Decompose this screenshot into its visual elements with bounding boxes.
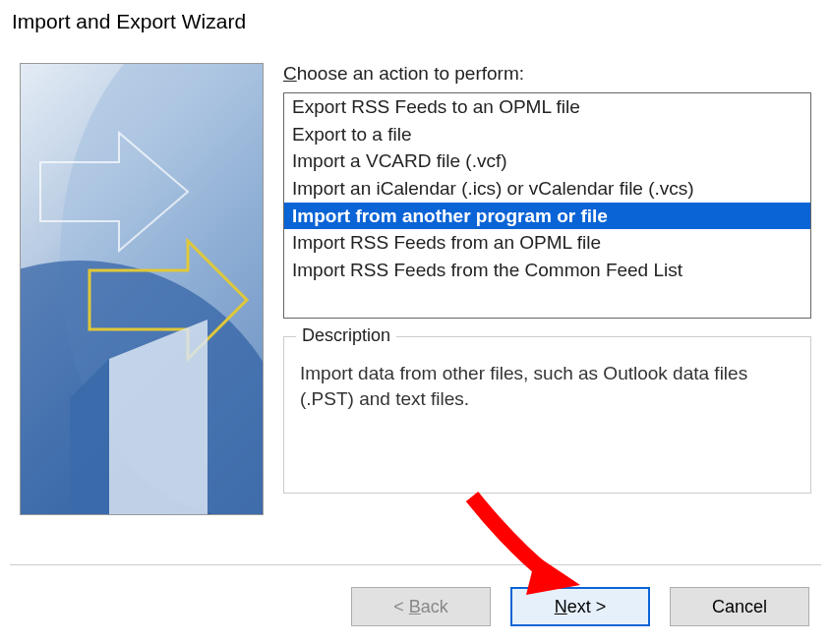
- action-list-item[interactable]: Import an iCalendar (.ics) or vCalendar …: [284, 175, 810, 203]
- horizontal-separator: [10, 564, 821, 565]
- description-legend: Description: [296, 325, 396, 346]
- action-list-item[interactable]: Import from another program or file: [284, 203, 810, 230]
- action-prompt-label: Choose an action to perform:: [283, 63, 811, 85]
- wizard-illustration: [21, 64, 264, 515]
- description-group: Description Import data from other files…: [283, 336, 811, 494]
- action-list-item[interactable]: Import RSS Feeds from an OPML file: [284, 229, 810, 257]
- back-button[interactable]: < Back: [351, 587, 491, 626]
- action-list-item[interactable]: Import RSS Feeds from the Common Feed Li…: [284, 257, 810, 284]
- action-list-item[interactable]: Export to a file: [284, 121, 810, 148]
- action-listbox[interactable]: Export RSS Feeds to an OPML fileExport t…: [283, 92, 811, 319]
- dialog-title: Import and Export Wizard: [12, 10, 819, 33]
- wizard-graphic: [20, 63, 264, 515]
- next-button[interactable]: Next >: [510, 587, 650, 626]
- action-list-item[interactable]: Import a VCARD file (.vcf): [284, 147, 810, 175]
- action-list-item[interactable]: Export RSS Feeds to an OPML file: [284, 93, 810, 121]
- cancel-button[interactable]: Cancel: [670, 587, 809, 626]
- description-text: Import data from other files, such as Ou…: [300, 361, 795, 411]
